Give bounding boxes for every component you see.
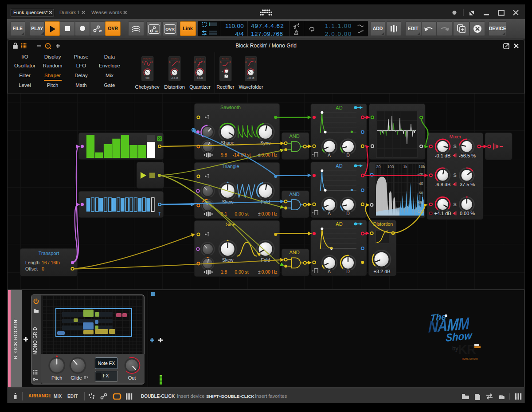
svg-text:w: w	[98, 29, 102, 32]
svg-text:Distortion: Distortion	[373, 221, 393, 227]
svg-text:-60: -60	[417, 191, 423, 195]
svg-text:Length: Length	[25, 260, 39, 265]
svg-text:1:8: 1:8	[221, 269, 227, 275]
svg-text:16 / 16th: 16 / 16th	[42, 260, 60, 265]
svg-text:0.00 Hz: 0.00 Hz	[261, 269, 277, 275]
svg-text:A: A	[328, 269, 331, 274]
svg-text:±: ±	[258, 211, 261, 216]
svg-text:AND: AND	[289, 250, 299, 255]
svg-text:1k: 1k	[403, 165, 407, 169]
svg-text:100: 100	[387, 165, 394, 169]
svg-text:Skew: Skew	[222, 257, 234, 263]
svg-text:S: S	[454, 173, 457, 178]
svg-text:-56.5 %: -56.5 %	[459, 153, 476, 158]
svg-text:D: D	[346, 153, 350, 158]
svg-text:AD: AD	[336, 163, 342, 169]
svg-text:AND: AND	[289, 192, 299, 197]
svg-text:−: −	[222, 75, 223, 78]
svg-text:w: w	[155, 29, 158, 33]
svg-text:A: A	[328, 153, 331, 158]
svg-text:Quantizer: Quantizer	[196, 58, 204, 60]
svg-text:+4.1 dB: +4.1 dB	[434, 211, 451, 216]
svg-text:1: 1	[47, 44, 49, 48]
svg-text:-80: -80	[417, 200, 423, 204]
svg-text:Triangle: Triangle	[222, 164, 239, 169]
svg-text:Wavefolder: Wavefolder	[246, 58, 256, 60]
svg-text:Fold: Fold	[261, 257, 270, 263]
svg-text:±: ±	[258, 269, 261, 275]
svg-text:3.00: 3.00	[145, 77, 149, 79]
svg-text:Pitch: Pitch	[51, 375, 62, 381]
svg-text:0.00 st: 0.00 st	[235, 269, 249, 275]
svg-text:AD: AD	[336, 105, 342, 110]
svg-text:-0.1 dB: -0.1 dB	[435, 153, 450, 158]
svg-text:Rectifier: Rectifier	[222, 58, 229, 60]
svg-text:T: T	[158, 212, 161, 216]
svg-text:9:8: 9:8	[221, 152, 227, 157]
svg-text:A: A	[328, 211, 331, 216]
svg-text:20: 20	[376, 165, 380, 169]
svg-text:D: D	[346, 269, 350, 274]
svg-text:Transport: Transport	[39, 251, 59, 256]
svg-text:S: S	[454, 202, 457, 207]
svg-text:S: S	[454, 144, 457, 149]
svg-text:+3.0 dB: +3.0 dB	[171, 77, 178, 79]
svg-text:+3.0 dB: +3.0 dB	[247, 77, 254, 79]
svg-text:-6.8 dB: -6.8 dB	[435, 182, 450, 187]
svg-text:Offset: Offset	[25, 266, 38, 271]
svg-text:0.00 st: 0.00 st	[235, 211, 249, 216]
svg-text:37.5 %: 37.5 %	[460, 182, 475, 187]
svg-text:0.00 %: 0.00 %	[460, 211, 475, 216]
svg-text:D: D	[346, 211, 350, 216]
svg-text:0.00 Hz: 0.00 Hz	[261, 211, 277, 216]
svg-text:Out: Out	[128, 375, 136, 381]
svg-text:Chebyshev: Chebyshev	[143, 58, 153, 60]
svg-text:Distortion: Distortion	[171, 58, 179, 60]
svg-text:AND: AND	[289, 133, 299, 139]
svg-text:-40: -40	[417, 181, 423, 186]
svg-text:0: 0	[42, 266, 44, 271]
svg-text:+: +	[222, 70, 223, 73]
svg-text:10k: 10k	[419, 165, 425, 169]
svg-text:0.0 dB: 0.0 dB	[197, 77, 203, 79]
svg-text:Sawtooth: Sawtooth	[220, 105, 241, 110]
svg-text:AD: AD	[336, 221, 342, 227]
svg-text:+3.2 dB: +3.2 dB	[373, 269, 390, 274]
svg-text:Mixer: Mixer	[449, 134, 461, 139]
svg-text:Glide: Glide	[70, 375, 82, 381]
